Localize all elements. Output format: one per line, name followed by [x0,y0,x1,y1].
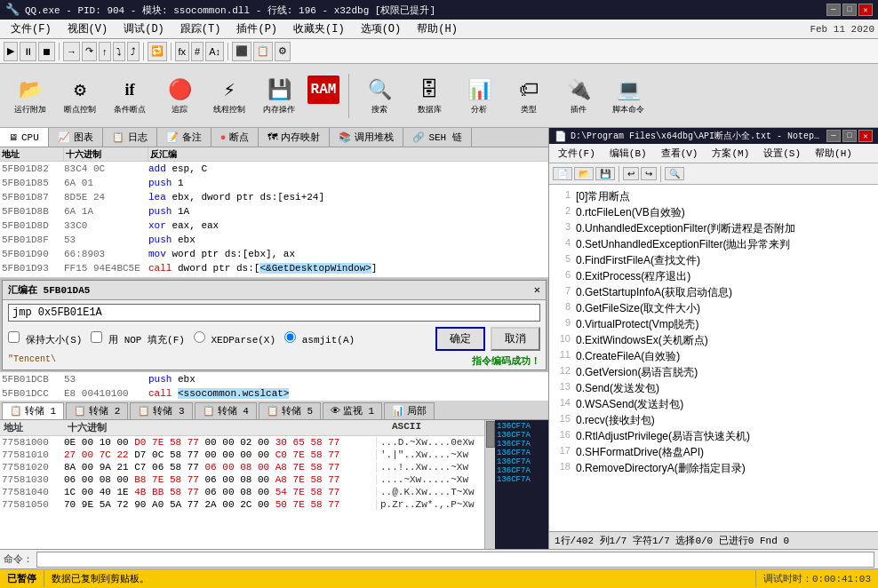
rt-database[interactable]: 🗄 数据库 [406,73,452,118]
toolbar-hash[interactable]: # [191,42,204,61]
tab-notes[interactable]: 📝 备注 [157,128,212,147]
menu-trace[interactable]: 跟踪(T) [173,20,228,38]
disasm-row-8[interactable]: 5FB01D99 50 push eax [0,275,548,278]
tab-cpu[interactable]: 🖥 CPU [0,128,49,147]
menu-debug[interactable]: 调试(D) [116,20,172,38]
menu-options[interactable]: 选项(O) [354,20,409,38]
hex-row-1[interactable]: 77581010 27 00 7C 22 D7 0C 58 77 00 00 0… [0,449,484,461]
toolbar-stop[interactable]: ⏹ [38,42,55,61]
notepad-save-btn[interactable]: 💾 [595,167,615,180]
bottom-tab-dump5[interactable]: 📋 转储 5 [259,402,321,419]
notepad-menu-help[interactable]: 帮助(H) [810,146,858,161]
disasm-lower-row-1[interactable]: 5FB01DCC E8 00410100 call <ssocommon.wcs… [0,386,548,401]
bottom-tab-dump2[interactable]: 📋 转储 2 [66,402,128,419]
toolbar-step-over[interactable]: ↷ [82,42,97,61]
menu-help[interactable]: 帮助(H) [410,20,465,38]
asmjit-radio[interactable] [284,331,296,343]
disasm-row-3[interactable]: 5FB01D8B 6A 1A push 1A [0,204,548,219]
rt-search[interactable]: 🔍 搜索 [356,73,403,118]
menu-view[interactable]: 视图(V) [60,20,116,38]
notepad-search-btn[interactable]: 🔍 [665,167,684,180]
toolbar-fx[interactable]: fx [175,42,190,61]
notepad-content[interactable]: 1 [0]常用断点 2 0.rtcFileLen(VB自效验) 3 0.Unha… [549,185,878,531]
notepad-new-btn[interactable]: 📄 [553,167,572,180]
toolbar-run-to-return[interactable]: ⤴ [127,42,140,61]
menu-plugin[interactable]: 插件(P) [229,20,284,38]
notepad-menu-view[interactable]: 查看(V) [656,146,704,161]
option-asmjit[interactable]: asmjit(A) [284,331,355,346]
tab-seh[interactable]: 🔗 SEH 链 [403,128,471,147]
rt-script[interactable]: 💻 脚本命令 [605,73,651,118]
toolbar-step-into[interactable]: → [63,42,80,61]
notepad-close-button[interactable]: ✕ [858,130,873,142]
keep-size-checkbox[interactable] [8,331,20,343]
toolbar-font[interactable]: A↕ [205,42,224,61]
disasm-row-7[interactable]: 5FB01D93 FF15 94E4BC5E call dword ptr ds… [0,261,548,275]
toolbar-pause[interactable]: ⏸ [20,42,36,61]
notepad-menu-scheme[interactable]: 方案(M) [706,146,754,161]
assemble-input[interactable] [8,304,540,322]
rt-trace[interactable]: 🔴 追踪 [156,73,203,118]
bottom-tab-dump3[interactable]: 📋 转储 3 [130,402,192,419]
tab-graph[interactable]: 📈 图表 [49,128,103,147]
dialog-ok-button[interactable]: 确定 [435,327,485,351]
hex-row-5[interactable]: 77581050 70 9E 5A 72 90 A0 5A 77 2A 00 2… [0,498,484,511]
hex-row-2[interactable]: 77581020 8A 00 9A 21 C7 06 58 77 06 00 0… [0,461,484,473]
toolbar-settings[interactable]: ⚙ [275,42,291,61]
rt-memory-ops[interactable]: 💾 内存操作 [256,73,302,118]
rt-breakpoint-ctrl[interactable]: ⚙ 断点控制 [57,73,103,118]
disasm-row-2[interactable]: 5FB01D87 8D5E 24 lea ebx, dword ptr ds:[… [0,190,548,204]
notepad-minimize-button[interactable]: ─ [826,130,841,142]
hex-scrollbar[interactable] [484,420,495,550]
bottom-tab-dump1[interactable]: 📋 转储 1 [2,402,64,419]
tab-log[interactable]: 📋 日志 [103,128,157,147]
notepad-menu-edit[interactable]: 编辑(B) [604,146,652,161]
rt-analyze[interactable]: 📊 分析 [456,73,502,118]
option-nop-fill[interactable]: 用 NOP 填充(F) [91,331,184,346]
disasm-lower-row-0[interactable]: 5FB01DCB 53 push ebx [0,372,548,386]
toolbar-restart[interactable]: 🔁 [148,42,167,61]
toolbar-block[interactable]: ⬛ [232,42,251,61]
disasm-row-6[interactable]: 5FB01D90 66:8903 mov word ptr ds:[ebx], … [0,247,548,261]
rt-thread-ctrl[interactable]: ⚡ 线程控制 [206,73,252,118]
tab-breakpoints[interactable]: ● 断点 [212,128,259,147]
option-xedparse[interactable]: XEDParse(X) [194,331,275,346]
notepad-maximize-button[interactable]: □ [842,130,857,142]
notepad-redo-btn[interactable]: ↪ [641,167,657,180]
hex-row-3[interactable]: 77581030 06 00 08 00 B8 7E 58 77 06 00 0… [0,473,484,486]
bottom-tab-watch1[interactable]: 👁 监视 1 [323,402,382,419]
rt-plugins[interactable]: 🔌 插件 [555,73,602,118]
dialog-close-button[interactable]: ✕ [534,283,540,297]
rt-ram[interactable]: RAM RAM [306,73,341,118]
maximize-button[interactable]: □ [842,4,857,16]
disasm-row-0[interactable]: 5FB01D82 83C4 0C add esp, C [0,162,548,176]
toolbar-clipboard[interactable]: 📋 [253,42,273,61]
command-input[interactable] [36,552,874,568]
xedparse-radio[interactable] [194,331,205,343]
bottom-tab-locals[interactable]: 📊 局部 [384,402,435,419]
toolbar-run[interactable]: ▶ [4,42,18,61]
hex-row-0[interactable]: 77581000 0E 00 10 00 D0 7E 58 77 00 00 0… [0,436,484,449]
rt-run-attach[interactable]: 📂 运行附加 [7,73,53,118]
bottom-tab-dump4[interactable]: 📋 转储 4 [195,402,257,419]
notepad-open-btn[interactable]: 📂 [574,167,594,180]
rt-types[interactable]: 🏷 类型 [506,73,552,118]
dialog-cancel-button[interactable]: 取消 [491,327,540,351]
menu-favorites[interactable]: 收藏夹(I) [286,20,352,38]
disasm-row-5[interactable]: 5FB01D8F 53 push ebx [0,233,548,247]
toolbar-step-out[interactable]: ↑ [99,42,111,61]
tab-memmap[interactable]: 🗺 内存映射 [259,128,330,147]
disasm-row-4[interactable]: 5FB01D8D 33C0 xor eax, eax [0,219,548,233]
close-button[interactable]: ✕ [858,4,873,16]
menu-file[interactable]: 文件(F) [4,20,59,38]
notepad-menu-settings[interactable]: 设置(S) [758,146,806,161]
hex-row-4[interactable]: 77581040 1C 00 40 1E 4B BB 58 77 06 00 0… [0,486,484,498]
minimize-button[interactable]: ─ [826,4,841,16]
rt-cond-bp[interactable]: if 条件断点 [107,73,153,118]
nop-fill-checkbox[interactable] [91,331,102,343]
toolbar-run-to-call[interactable]: ⤵ [113,42,125,61]
notepad-undo-btn[interactable]: ↩ [623,167,639,180]
tab-callstack[interactable]: 📚 调用堆栈 [330,128,403,147]
notepad-menu-file[interactable]: 文件(F) [553,146,601,161]
hex-scroll-thumb[interactable] [486,421,495,448]
